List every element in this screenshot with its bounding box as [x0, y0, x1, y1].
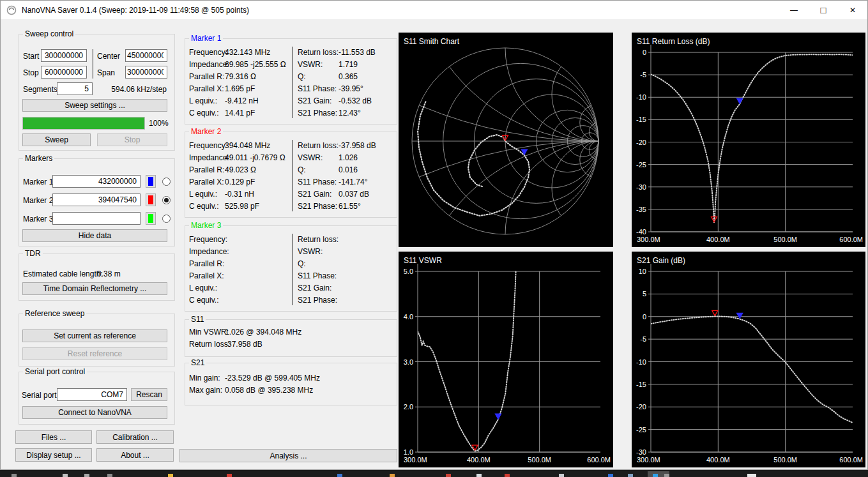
- taskbar-app-icon[interactable]: [559, 474, 564, 477]
- taskbar-app-icon[interactable]: [747, 474, 756, 477]
- marker3-color-button[interactable]: [146, 212, 156, 225]
- s21-gain-chart[interactable]: S21 Gain (dB)1050-5-10-15-20-25-30300.0M…: [632, 252, 865, 467]
- sweep-progress-bar: [22, 117, 145, 130]
- about-button[interactable]: About ...: [96, 448, 174, 462]
- marker3-radio[interactable]: [162, 215, 171, 223]
- rescan-button[interactable]: Rescan: [131, 388, 167, 401]
- windows-taskbar[interactable]: [0, 470, 868, 477]
- marker1-row: Frequency:432.143 MHz Return loss:-11.55…: [185, 47, 397, 59]
- start-input[interactable]: [41, 49, 87, 62]
- field-value: -9.412 nH: [225, 96, 259, 105]
- files-button[interactable]: Files ...: [15, 430, 92, 444]
- taskbar-app-icon[interactable]: [107, 474, 112, 477]
- svg-text:0: 0: [643, 49, 646, 56]
- title-bar[interactable]: NanoVNA Saver 0.1.4 (Sweep: 2019-11-09 1…: [1, 1, 867, 19]
- svg-text:400.0M: 400.0M: [467, 456, 491, 464]
- s21-info-row: Max gain:0.058 dB @ 395.238 MHz: [185, 384, 397, 397]
- taskbar-app-icon[interactable]: [84, 474, 89, 477]
- marker3-row: Parallel X: S11 Phase:: [185, 270, 397, 282]
- center-input[interactable]: [125, 49, 167, 62]
- taskbar-app-icon[interactable]: [653, 474, 658, 477]
- marker2-radio[interactable]: [162, 196, 171, 204]
- taskbar-app-icon[interactable]: [608, 474, 613, 477]
- svg-text:600.0M: 600.0M: [587, 456, 611, 464]
- taskbar-app-icon[interactable]: [63, 474, 68, 477]
- marker2-row: Frequency:394.048 MHz Return loss:-37.95…: [185, 140, 397, 152]
- maximize-button[interactable]: □: [809, 1, 838, 19]
- taskbar-app-icon[interactable]: [390, 474, 395, 477]
- marker1-frequency-input[interactable]: [52, 175, 141, 188]
- marker2-color-button[interactable]: [146, 193, 156, 206]
- marker2-label: Marker 2: [23, 196, 53, 205]
- field-label: L equiv.:: [189, 190, 217, 199]
- field-label: S11 Phase:: [298, 178, 337, 186]
- taskbar-app-icon[interactable]: [628, 474, 633, 477]
- svg-text:300.0M: 300.0M: [404, 456, 427, 464]
- taskbar-app-icon[interactable]: [227, 474, 232, 477]
- connect-button[interactable]: Connect to NanoVNA: [22, 406, 167, 419]
- stop-input[interactable]: [41, 66, 87, 79]
- sweep-button[interactable]: Sweep: [22, 133, 91, 146]
- span-input[interactable]: [125, 66, 167, 79]
- taskbar-app-icon[interactable]: [11, 474, 17, 477]
- field-label: Parallel R:: [189, 259, 224, 268]
- calibration-button[interactable]: Calibration ...: [96, 430, 174, 444]
- marker2-color-swatch: [148, 195, 153, 204]
- taskbar-app-icon[interactable]: [476, 474, 482, 477]
- marker1-radio[interactable]: [162, 178, 171, 186]
- serial-port-input[interactable]: [57, 388, 127, 401]
- svg-text:S21 Gain (dB): S21 Gain (dB): [637, 256, 685, 265]
- field-label: Impedance:: [189, 60, 229, 69]
- reset-reference-button[interactable]: Reset reference: [22, 347, 167, 360]
- minimize-button[interactable]: —: [779, 1, 809, 19]
- field-label: S11 Phase:: [298, 84, 337, 93]
- taskbar-app-icon[interactable]: [446, 474, 451, 477]
- reference-sweep-group: Reference sweep Set current as reference…: [19, 314, 175, 367]
- field-label: Return loss:: [298, 235, 339, 244]
- svg-text:-40: -40: [636, 228, 646, 236]
- svg-text:300.0M: 300.0M: [637, 456, 660, 464]
- tdr-title: TDR: [23, 249, 43, 258]
- analysis-button[interactable]: Analysis ...: [179, 449, 397, 462]
- marker1-row: Impedance:69.985 -j25.555 Ω VSWR:1.719: [185, 59, 397, 71]
- svg-text:2.0: 2.0: [404, 403, 413, 411]
- marker3-label: Marker 3: [23, 215, 53, 223]
- center-label: Center: [97, 52, 120, 61]
- field-label: VSWR:: [298, 247, 323, 256]
- window-title: NanoVNA Saver 0.1.4 (Sweep: 2019-11-09 1…: [22, 6, 249, 15]
- reference-sweep-title: Reference sweep: [23, 309, 86, 318]
- taskbar-app-icon[interactable]: [505, 474, 510, 477]
- svg-text:-30: -30: [636, 183, 646, 191]
- sweep-settings-button[interactable]: Sweep settings ...: [22, 99, 167, 112]
- s11-smith-chart[interactable]: S11 Smith Chart: [399, 33, 613, 247]
- marker2-frequency-input[interactable]: [52, 193, 141, 206]
- svg-text:5.0: 5.0: [404, 268, 413, 275]
- column-divider: [93, 49, 93, 79]
- stop-button[interactable]: Stop: [97, 133, 167, 146]
- field-value: -11.553 dB: [339, 48, 376, 57]
- marker3-data-group: Marker 3 Frequency: Return loss: Impedan…: [185, 225, 397, 312]
- step-size-text: 594.06 kHz/step: [111, 85, 167, 94]
- marker3-frequency-input[interactable]: [52, 212, 141, 225]
- svg-text:-10: -10: [636, 358, 646, 366]
- field-label: C equiv.:: [189, 202, 218, 211]
- taskbar-app-icon[interactable]: [337, 474, 342, 477]
- field-value: 49.011 -j0.7679 Ω: [225, 153, 286, 162]
- segments-input[interactable]: [57, 82, 93, 95]
- tdr-button[interactable]: Time Domain Reflectometry ...: [22, 282, 167, 295]
- display-setup-button[interactable]: Display setup ...: [15, 448, 92, 462]
- field-value: 525.98 pF: [225, 202, 259, 211]
- marker2-row: Parallel X:0.129 pF S11 Phase:-141.74°: [185, 176, 397, 188]
- taskbar-app-icon[interactable]: [664, 474, 669, 477]
- s11-vswr-chart[interactable]: S11 VSWR5.04.03.02.01.0300.0M400.0M500.0…: [399, 252, 613, 467]
- field-value: 0.129 pF: [225, 178, 255, 186]
- s11-return-loss-chart[interactable]: S11 Return Loss (dB)0-5-10-15-20-25-30-3…: [632, 33, 865, 247]
- field-label: VSWR:: [298, 60, 323, 69]
- marker1-color-button[interactable]: [146, 175, 156, 188]
- svg-text:10: 10: [639, 268, 646, 275]
- set-reference-button[interactable]: Set current as reference: [22, 329, 167, 342]
- close-button[interactable]: ✕: [838, 1, 867, 19]
- hide-data-button[interactable]: Hide data: [22, 229, 167, 242]
- svg-text:-5: -5: [640, 71, 646, 79]
- taskbar-app-icon[interactable]: [168, 474, 173, 477]
